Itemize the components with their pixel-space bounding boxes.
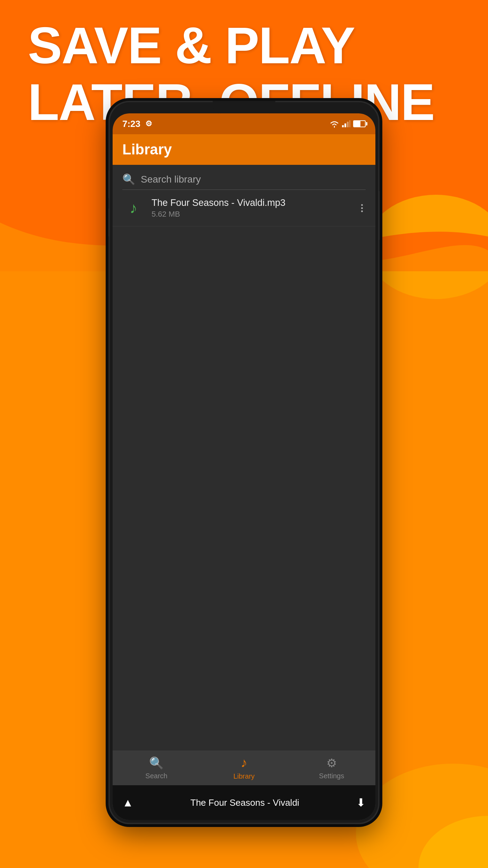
svg-rect-3: [344, 123, 346, 127]
screen-content: 7:23 ⚙: [113, 113, 375, 820]
nav-item-library[interactable]: ♪ Library: [200, 755, 288, 780]
hero-line1: SAVE & PLAY: [28, 17, 460, 74]
file-item-0[interactable]: ♪ The Four Seasons - Vivaldi.mp3 5.62 MB: [113, 190, 375, 226]
nav-item-search[interactable]: 🔍 Search: [113, 756, 200, 780]
music-note-icon: ♪: [130, 199, 137, 217]
nav-item-settings[interactable]: ⚙ Settings: [288, 756, 375, 780]
file-info: The Four Seasons - Vivaldi.mp3 5.62 MB: [152, 198, 358, 219]
settings-status-icon: ⚙: [145, 119, 152, 128]
status-bar: 7:23 ⚙: [113, 113, 375, 134]
library-nav-icon: ♪: [241, 755, 247, 770]
dot-3: [361, 210, 363, 212]
svg-rect-2: [342, 125, 344, 127]
file-name: The Four Seasons - Vivaldi.mp3: [152, 198, 358, 208]
phone-frame: 7:23 ⚙: [108, 101, 380, 824]
search-nav-label: Search: [145, 772, 167, 780]
mini-player-title: The Four Seasons - Vivaldi: [140, 797, 349, 808]
main-content: 🔍 Search library ♪ The Four Seasons - Vi…: [113, 165, 375, 820]
file-menu-button[interactable]: [358, 201, 366, 215]
status-right: [330, 120, 366, 128]
svg-rect-4: [347, 122, 349, 127]
battery-icon: [353, 120, 366, 127]
file-size: 5.62 MB: [152, 210, 358, 219]
battery-fill: [354, 121, 360, 127]
phone-notch: [213, 101, 275, 113]
library-nav-label: Library: [233, 772, 254, 780]
file-list: ♪ The Four Seasons - Vivaldi.mp3 5.62 MB: [113, 190, 375, 226]
status-left: 7:23 ⚙: [122, 119, 152, 129]
search-input-row[interactable]: 🔍 Search library: [122, 173, 366, 190]
mini-player[interactable]: ▲ The Four Seasons - Vivaldi ⬇: [113, 785, 375, 820]
search-icon: 🔍: [122, 173, 135, 185]
settings-nav-icon: ⚙: [326, 756, 337, 770]
download-icon[interactable]: ⬇: [356, 796, 366, 809]
power-button: [379, 191, 380, 240]
bottom-nav: 🔍 Search ♪ Library ⚙ Settings: [113, 750, 375, 785]
wifi-icon: [330, 120, 339, 128]
volume-down-button: [108, 209, 109, 236]
volume-up-button: [108, 170, 109, 198]
expand-icon[interactable]: ▲: [122, 796, 133, 809]
search-nav-icon: 🔍: [149, 756, 164, 770]
status-time: 7:23: [122, 119, 140, 129]
phone-screen: 7:23 ⚙: [113, 113, 375, 820]
svg-rect-5: [349, 120, 350, 127]
signal-icon: [342, 120, 350, 127]
app-bar-title: Library: [122, 141, 172, 158]
search-bar-container[interactable]: 🔍 Search library: [113, 165, 375, 190]
dot-2: [361, 207, 363, 209]
settings-nav-label: Settings: [319, 772, 344, 780]
app-bar: Library: [113, 134, 375, 165]
dot-1: [361, 204, 363, 206]
empty-content-area: [113, 226, 375, 644]
search-input[interactable]: Search library: [141, 174, 201, 185]
file-icon: ♪: [122, 197, 145, 219]
